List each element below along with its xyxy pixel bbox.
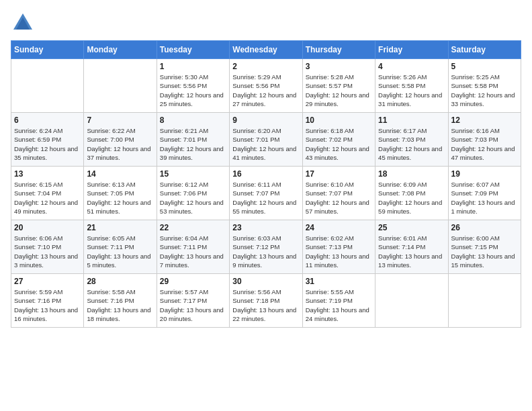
day-info: Sunrise: 6:06 AMSunset: 7:10 PMDaylight:… bbox=[14, 234, 81, 269]
day-info: Sunrise: 5:29 AMSunset: 5:56 PMDaylight:… bbox=[232, 73, 299, 108]
calendar-table: SundayMondayTuesdayWednesdayThursdayFrid… bbox=[11, 40, 521, 328]
calendar-cell: 24Sunrise: 6:02 AMSunset: 7:13 PMDayligh… bbox=[302, 220, 375, 274]
day-number: 4 bbox=[378, 62, 445, 71]
day-info: Sunrise: 6:00 AMSunset: 7:15 PMDaylight:… bbox=[451, 234, 518, 269]
calendar-cell: 9Sunrise: 6:20 AMSunset: 7:01 PMDaylight… bbox=[230, 113, 302, 167]
day-number: 12 bbox=[451, 116, 518, 125]
day-number: 19 bbox=[451, 169, 518, 179]
calendar-cell bbox=[84, 59, 157, 113]
day-number: 25 bbox=[378, 223, 445, 232]
calendar-cell: 23Sunrise: 6:03 AMSunset: 7:12 PMDayligh… bbox=[230, 220, 302, 274]
calendar-cell: 13Sunrise: 6:15 AMSunset: 7:04 PMDayligh… bbox=[11, 167, 84, 220]
calendar-cell: 30Sunrise: 5:56 AMSunset: 7:18 PMDayligh… bbox=[230, 274, 302, 328]
calendar-cell: 11Sunrise: 6:17 AMSunset: 7:03 PMDayligh… bbox=[375, 113, 448, 167]
day-number: 29 bbox=[160, 277, 226, 286]
day-info: Sunrise: 6:22 AMSunset: 7:00 PMDaylight:… bbox=[87, 126, 153, 162]
calendar-cell: 19Sunrise: 6:07 AMSunset: 7:09 PMDayligh… bbox=[448, 167, 521, 220]
calendar-cell: 15Sunrise: 6:12 AMSunset: 7:06 PMDayligh… bbox=[157, 167, 229, 220]
days-of-week-row: SundayMondayTuesdayWednesdayThursdayFrid… bbox=[11, 41, 521, 59]
calendar-cell bbox=[448, 274, 521, 328]
day-info: Sunrise: 6:16 AMSunset: 7:03 PMDaylight:… bbox=[451, 126, 518, 162]
calendar-week-5: 27Sunrise: 5:59 AMSunset: 7:16 PMDayligh… bbox=[11, 274, 521, 328]
day-number: 13 bbox=[14, 169, 81, 179]
day-number: 30 bbox=[232, 277, 299, 286]
day-header-wednesday: Wednesday bbox=[230, 41, 302, 59]
logo-icon bbox=[11, 11, 35, 35]
day-info: Sunrise: 5:28 AMSunset: 5:57 PMDaylight:… bbox=[306, 73, 372, 108]
day-info: Sunrise: 5:26 AMSunset: 5:58 PMDaylight:… bbox=[378, 73, 445, 108]
day-info: Sunrise: 6:07 AMSunset: 7:09 PMDaylight:… bbox=[451, 180, 518, 216]
day-number: 3 bbox=[306, 62, 372, 71]
calendar-cell: 12Sunrise: 6:16 AMSunset: 7:03 PMDayligh… bbox=[448, 113, 521, 167]
calendar-cell: 18Sunrise: 6:09 AMSunset: 7:08 PMDayligh… bbox=[375, 167, 448, 220]
day-info: Sunrise: 6:18 AMSunset: 7:02 PMDaylight:… bbox=[306, 126, 372, 162]
day-info: Sunrise: 6:03 AMSunset: 7:12 PMDaylight:… bbox=[232, 234, 299, 269]
day-number: 26 bbox=[451, 223, 518, 232]
day-info: Sunrise: 6:12 AMSunset: 7:06 PMDaylight:… bbox=[160, 180, 226, 216]
day-info: Sunrise: 6:01 AMSunset: 7:14 PMDaylight:… bbox=[378, 234, 445, 269]
day-number: 5 bbox=[451, 62, 518, 71]
day-number: 2 bbox=[232, 62, 299, 71]
day-number: 8 bbox=[160, 116, 226, 125]
calendar-cell: 6Sunrise: 6:24 AMSunset: 6:59 PMDaylight… bbox=[11, 113, 84, 167]
day-number: 17 bbox=[306, 169, 372, 179]
calendar-cell: 3Sunrise: 5:28 AMSunset: 5:57 PMDaylight… bbox=[302, 59, 375, 113]
day-number: 21 bbox=[87, 223, 153, 232]
calendar-cell: 22Sunrise: 6:04 AMSunset: 7:11 PMDayligh… bbox=[157, 220, 229, 274]
day-number: 7 bbox=[87, 116, 153, 125]
day-info: Sunrise: 6:05 AMSunset: 7:11 PMDaylight:… bbox=[87, 234, 153, 269]
day-header-friday: Friday bbox=[375, 41, 448, 59]
day-number: 27 bbox=[14, 277, 81, 286]
day-number: 18 bbox=[378, 169, 445, 179]
calendar-cell: 14Sunrise: 6:13 AMSunset: 7:05 PMDayligh… bbox=[84, 167, 157, 220]
day-info: Sunrise: 6:15 AMSunset: 7:04 PMDaylight:… bbox=[14, 180, 81, 216]
day-info: Sunrise: 6:04 AMSunset: 7:11 PMDaylight:… bbox=[160, 234, 226, 269]
day-header-thursday: Thursday bbox=[302, 41, 375, 59]
calendar-cell: 17Sunrise: 6:10 AMSunset: 7:07 PMDayligh… bbox=[302, 167, 375, 220]
day-info: Sunrise: 6:24 AMSunset: 6:59 PMDaylight:… bbox=[14, 126, 81, 162]
day-info: Sunrise: 6:09 AMSunset: 7:08 PMDaylight:… bbox=[378, 180, 445, 216]
day-number: 9 bbox=[232, 116, 299, 125]
calendar-cell: 2Sunrise: 5:29 AMSunset: 5:56 PMDaylight… bbox=[230, 59, 302, 113]
day-info: Sunrise: 5:25 AMSunset: 5:58 PMDaylight:… bbox=[451, 73, 518, 108]
calendar-cell: 5Sunrise: 5:25 AMSunset: 5:58 PMDaylight… bbox=[448, 59, 521, 113]
calendar-body: 1Sunrise: 5:30 AMSunset: 5:56 PMDaylight… bbox=[11, 59, 521, 328]
calendar-cell bbox=[11, 59, 84, 113]
day-info: Sunrise: 6:11 AMSunset: 7:07 PMDaylight:… bbox=[232, 180, 299, 216]
day-number: 15 bbox=[160, 169, 226, 179]
page-header bbox=[11, 11, 521, 35]
day-info: Sunrise: 5:55 AMSunset: 7:19 PMDaylight:… bbox=[306, 287, 372, 323]
calendar-cell: 7Sunrise: 6:22 AMSunset: 7:00 PMDaylight… bbox=[84, 113, 157, 167]
day-number: 22 bbox=[160, 223, 226, 232]
calendar-cell: 28Sunrise: 5:58 AMSunset: 7:16 PMDayligh… bbox=[84, 274, 157, 328]
day-header-saturday: Saturday bbox=[448, 41, 521, 59]
day-number: 28 bbox=[87, 277, 153, 286]
day-info: Sunrise: 6:20 AMSunset: 7:01 PMDaylight:… bbox=[232, 126, 299, 162]
calendar-cell: 8Sunrise: 6:21 AMSunset: 7:01 PMDaylight… bbox=[157, 113, 229, 167]
calendar-cell: 26Sunrise: 6:00 AMSunset: 7:15 PMDayligh… bbox=[448, 220, 521, 274]
day-number: 10 bbox=[306, 116, 372, 125]
day-header-tuesday: Tuesday bbox=[157, 41, 229, 59]
day-info: Sunrise: 6:17 AMSunset: 7:03 PMDaylight:… bbox=[378, 126, 445, 162]
calendar-cell: 25Sunrise: 6:01 AMSunset: 7:14 PMDayligh… bbox=[375, 220, 448, 274]
day-number: 11 bbox=[378, 116, 445, 125]
day-info: Sunrise: 6:13 AMSunset: 7:05 PMDaylight:… bbox=[87, 180, 153, 216]
calendar-cell: 10Sunrise: 6:18 AMSunset: 7:02 PMDayligh… bbox=[302, 113, 375, 167]
calendar-header: SundayMondayTuesdayWednesdayThursdayFrid… bbox=[11, 41, 521, 59]
day-number: 16 bbox=[232, 169, 299, 179]
logo bbox=[11, 11, 38, 35]
day-number: 31 bbox=[306, 277, 372, 286]
calendar-cell: 27Sunrise: 5:59 AMSunset: 7:16 PMDayligh… bbox=[11, 274, 84, 328]
day-info: Sunrise: 6:10 AMSunset: 7:07 PMDaylight:… bbox=[306, 180, 372, 216]
calendar-week-3: 13Sunrise: 6:15 AMSunset: 7:04 PMDayligh… bbox=[11, 167, 521, 220]
day-info: Sunrise: 5:58 AMSunset: 7:16 PMDaylight:… bbox=[87, 287, 153, 323]
calendar-cell: 20Sunrise: 6:06 AMSunset: 7:10 PMDayligh… bbox=[11, 220, 84, 274]
day-number: 1 bbox=[160, 62, 226, 71]
day-info: Sunrise: 5:30 AMSunset: 5:56 PMDaylight:… bbox=[160, 73, 226, 108]
day-info: Sunrise: 5:57 AMSunset: 7:17 PMDaylight:… bbox=[160, 287, 226, 323]
day-number: 14 bbox=[87, 169, 153, 179]
calendar-week-4: 20Sunrise: 6:06 AMSunset: 7:10 PMDayligh… bbox=[11, 220, 521, 274]
day-info: Sunrise: 5:56 AMSunset: 7:18 PMDaylight:… bbox=[232, 287, 299, 323]
day-header-monday: Monday bbox=[84, 41, 157, 59]
calendar-cell: 21Sunrise: 6:05 AMSunset: 7:11 PMDayligh… bbox=[84, 220, 157, 274]
